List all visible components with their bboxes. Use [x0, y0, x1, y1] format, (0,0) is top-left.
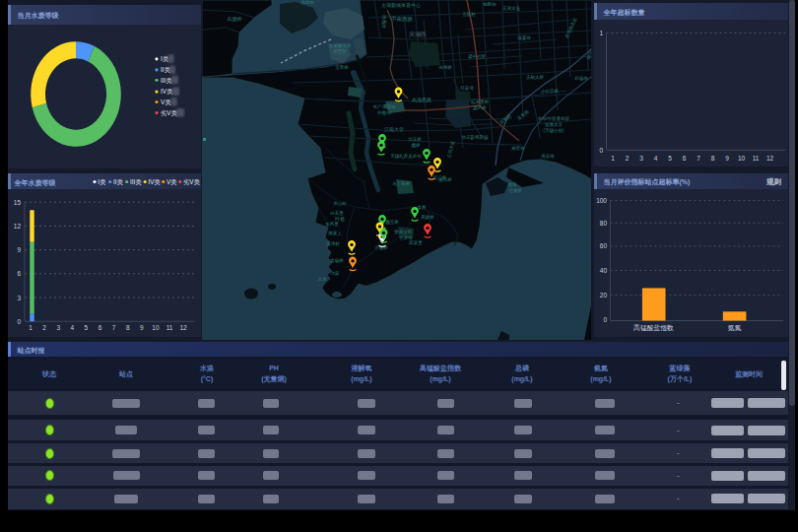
- svg-text:青杨桥: 青杨桥: [330, 258, 344, 263]
- svg-text:龙山岭: 龙山岭: [333, 201, 347, 206]
- svg-text:渔港路: 渔港路: [300, 0, 314, 5]
- svg-text:4: 4: [654, 155, 658, 162]
- svg-text:高锰酸盐指数: 高锰酸盐指数: [633, 324, 674, 332]
- svg-text:0: 0: [599, 147, 603, 154]
- svg-text:12: 12: [766, 155, 774, 162]
- svg-text:40: 40: [600, 267, 608, 274]
- svg-text:0: 0: [17, 318, 21, 325]
- svg-text:都郡路: 都郡路: [483, 2, 497, 7]
- svg-text:滨湖区: 滨湖区: [409, 31, 427, 37]
- svg-text:60: 60: [600, 242, 608, 249]
- svg-text:社埭桥: 社埭桥: [508, 188, 522, 193]
- svg-text:五星村: 五星村: [462, 11, 476, 18]
- svg-text:5: 5: [668, 155, 672, 162]
- svg-text:3: 3: [17, 295, 21, 301]
- svg-text:华庄影视剧场: 华庄影视剧场: [462, 134, 489, 141]
- svg-text:无锡程及美术馆: 无锡程及美术馆: [390, 153, 422, 159]
- svg-text:11: 11: [753, 155, 760, 162]
- svg-text:12: 12: [14, 223, 22, 230]
- svg-text:7: 7: [112, 324, 116, 331]
- svg-text:惠风桥: 惠风桥: [472, 105, 487, 110]
- svg-text:张塘桥: 张塘桥: [438, 65, 452, 70]
- svg-text:焦埠: 焦埠: [508, 182, 518, 187]
- svg-text:8: 8: [711, 155, 715, 162]
- svg-text:2: 2: [42, 324, 46, 331]
- svg-text:(无锡分校): (无锡分校): [544, 127, 565, 133]
- svg-text:10: 10: [738, 155, 746, 162]
- svg-text:2: 2: [626, 155, 630, 162]
- svg-text:薛家里: 薛家里: [409, 240, 423, 245]
- svg-text:I类: I类: [161, 55, 169, 62]
- svg-text:九龙: 九龙: [318, 277, 328, 282]
- svg-text:五湖大道: 五湖大道: [502, 5, 521, 11]
- svg-text:0: 0: [603, 316, 607, 323]
- svg-text:11: 11: [166, 324, 173, 331]
- svg-text:100: 100: [596, 197, 607, 204]
- svg-text:7: 7: [697, 155, 700, 162]
- svg-text:氨氮: 氨氮: [728, 324, 742, 332]
- svg-text:隐秀路: 隐秀路: [380, 15, 387, 29]
- svg-text:5: 5: [85, 324, 89, 331]
- svg-text:8: 8: [126, 324, 130, 331]
- svg-text:典区路: 典区路: [511, 145, 525, 151]
- svg-text:10: 10: [152, 324, 160, 331]
- svg-text:9: 9: [140, 324, 144, 331]
- svg-text:15: 15: [14, 199, 22, 206]
- svg-text:叶巷: 叶巷: [335, 216, 345, 222]
- svg-text:南花桥: 南花桥: [438, 177, 452, 182]
- svg-text:12: 12: [179, 324, 187, 331]
- svg-text:长广溪湿地: 长广溪湿地: [373, 103, 396, 109]
- svg-text:天鹅大桥: 天鹅大桥: [526, 75, 545, 80]
- svg-text:乌丁石桥: 乌丁石桥: [392, 180, 411, 186]
- svg-text:石塘桥: 石塘桥: [228, 16, 242, 23]
- svg-text:东风里: 东风里: [325, 222, 339, 227]
- svg-text:3: 3: [56, 324, 60, 331]
- svg-text:风景区: 风景区: [333, 48, 347, 54]
- svg-text:II类: II类: [161, 66, 170, 73]
- svg-text:太湖新城体育中心: 太湖新城体育中心: [381, 2, 421, 8]
- svg-text:80: 80: [600, 220, 608, 227]
- svg-text:沈家: 沈家: [331, 271, 341, 276]
- svg-text:9: 9: [17, 246, 21, 253]
- svg-text:III类: III类: [161, 77, 172, 84]
- svg-text:蠡宝桥: 蠡宝桥: [385, 219, 399, 225]
- svg-text:6: 6: [683, 155, 687, 162]
- svg-text:贡湖文化: 贡湖文化: [394, 229, 413, 234]
- svg-text:IV类: IV类: [161, 88, 173, 95]
- svg-text:太湖鼋头渚: 太湖鼋头渚: [329, 42, 352, 48]
- svg-text:1: 1: [611, 155, 615, 162]
- svg-text:1: 1: [599, 30, 603, 36]
- svg-text:9: 9: [725, 155, 729, 162]
- svg-text:南泉上: 南泉上: [328, 231, 342, 235]
- svg-text:青桥: 青桥: [418, 205, 428, 210]
- svg-text:梁中社区: 梁中社区: [468, 53, 487, 59]
- svg-text:劣V类: 劣V类: [161, 109, 177, 117]
- svg-text:高浪西路: 高浪西路: [412, 97, 432, 103]
- svg-text:中南西路: 中南西路: [391, 16, 414, 23]
- svg-text:1: 1: [29, 324, 33, 331]
- svg-text:北庄桥: 北庄桥: [408, 137, 422, 142]
- svg-text:宝界桥: 宝界桥: [335, 65, 349, 70]
- svg-text:6: 6: [17, 270, 21, 277]
- svg-text:3: 3: [639, 155, 643, 162]
- svg-text:20: 20: [600, 292, 608, 299]
- svg-text:蠡桥: 蠡桥: [412, 142, 422, 148]
- svg-text:周娘桥: 周娘桥: [421, 214, 434, 220]
- svg-text:东南大学: 东南大学: [545, 122, 564, 127]
- svg-text:6: 6: [99, 324, 102, 331]
- svg-text:4: 4: [70, 324, 74, 331]
- svg-text:小白定桥: 小白定桥: [541, 89, 560, 94]
- svg-text:V类: V类: [161, 99, 171, 105]
- svg-text:江南大学: 江南大学: [384, 126, 404, 133]
